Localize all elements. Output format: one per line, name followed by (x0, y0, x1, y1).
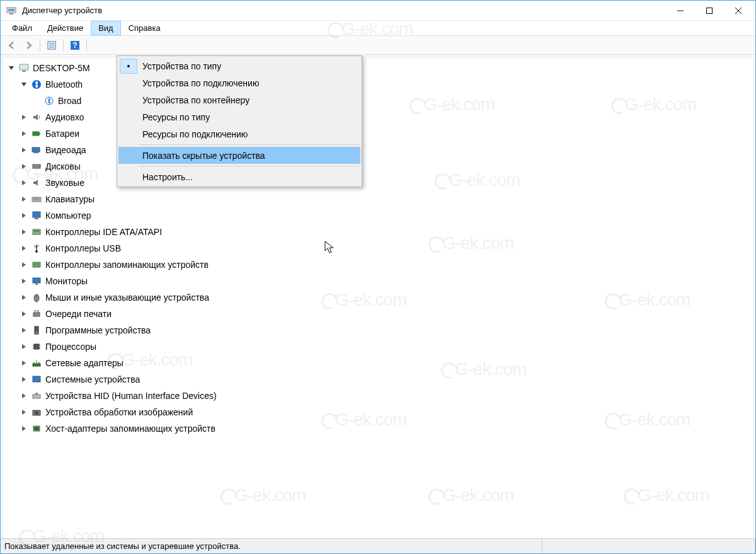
tree-imaging-devices[interactable]: Устройства обработки изображений (4, 404, 752, 420)
menu-customize[interactable]: Настроить... (118, 168, 360, 185)
display-adapter-icon (30, 144, 43, 156)
tree-software-devices[interactable]: Программные устройства (4, 322, 752, 338)
expand-icon[interactable] (19, 325, 29, 335)
svg-rect-50 (33, 376, 40, 382)
tree-label: Мыши и иные указывающие устройства (45, 292, 209, 303)
tree-computer[interactable]: Компьютер (4, 207, 752, 224)
svg-point-40 (36, 332, 37, 333)
properties-button[interactable] (44, 38, 59, 53)
svg-rect-32 (33, 262, 40, 267)
network-icon (30, 357, 43, 369)
tree-label: Сетевые адаптеры (45, 358, 123, 368)
device-tree[interactable]: DESKTOP-5M Bluetooth Broad Аудиовхо Бата (3, 57, 753, 439)
expand-icon[interactable] (19, 227, 29, 237)
hid-icon (30, 390, 43, 402)
expand-icon[interactable] (19, 424, 29, 434)
tree-system-devices[interactable]: Системные устройства (4, 371, 752, 388)
software-icon (30, 324, 43, 337)
tree-label: Мониторы (45, 276, 88, 286)
expand-icon[interactable] (19, 145, 29, 155)
menu-help[interactable]: Справка (121, 21, 168, 35)
expand-icon[interactable] (19, 292, 29, 303)
expand-icon[interactable] (19, 276, 29, 286)
tree-label: Хост-адаптеры запоминающих устройств (45, 424, 215, 434)
expand-icon[interactable] (19, 129, 29, 139)
tree-label: Устройства HID (Human Interface Devices) (45, 391, 217, 401)
audio-icon (30, 111, 43, 124)
expand-icon[interactable] (19, 112, 29, 122)
tree-label: Программные устройства (45, 325, 151, 335)
expand-icon[interactable] (19, 211, 29, 221)
expand-icon[interactable] (19, 243, 29, 253)
menu-devices-by-container[interactable]: Устройства по контейнеру (118, 91, 360, 108)
svg-rect-33 (33, 278, 40, 283)
forward-button[interactable] (21, 38, 36, 53)
system-icon (30, 373, 43, 386)
expand-icon[interactable] (19, 358, 29, 368)
menu-action[interactable]: Действие (40, 21, 91, 35)
expand-icon[interactable] (19, 407, 29, 417)
tree-label: Аудиовхо (45, 112, 84, 122)
expand-icon[interactable] (19, 309, 29, 319)
svg-rect-46 (33, 364, 40, 366)
help-button[interactable]: ? (67, 38, 83, 53)
expand-icon[interactable] (19, 161, 29, 171)
menu-show-hidden-devices[interactable]: Показать скрытые устройства (118, 147, 360, 164)
maximize-button[interactable] (695, 1, 724, 20)
expand-icon[interactable] (19, 79, 29, 89)
expand-icon[interactable] (19, 178, 29, 188)
printer-icon (30, 308, 43, 320)
svg-rect-41 (34, 344, 39, 349)
menu-file[interactable]: Файл (4, 21, 40, 35)
expand-icon[interactable] (19, 342, 29, 352)
back-button[interactable] (4, 38, 20, 53)
app-icon (6, 5, 17, 16)
tree-hid-devices[interactable]: Устройства HID (Human Interface Devices) (4, 388, 752, 404)
camera-icon (30, 406, 43, 418)
titlebar[interactable]: Диспетчер устройств (1, 1, 755, 21)
menu-devices-by-type[interactable]: • Устройства по типу (118, 57, 360, 74)
svg-text:?: ? (72, 41, 77, 50)
tree-label: Процессоры (45, 342, 96, 352)
close-button[interactable] (724, 1, 753, 20)
tree-label: Bluetooth (45, 79, 83, 89)
tree-network-adapters[interactable]: Сетевые адаптеры (4, 355, 752, 371)
cpu-icon (30, 340, 43, 353)
tree-label: Видеоада (45, 145, 86, 155)
menu-view[interactable]: Вид (91, 21, 121, 35)
storage-icon (30, 258, 43, 271)
svg-rect-34 (35, 284, 38, 285)
tree-label: Клавиатуры (45, 194, 94, 204)
minimize-button[interactable] (666, 1, 695, 20)
expand-icon[interactable] (19, 391, 29, 401)
menubar: Файл Действие Вид Справка (1, 21, 755, 36)
tree-storage-controllers[interactable]: Контроллеры запоминающих устройств (4, 257, 752, 273)
svg-rect-52 (35, 393, 38, 395)
host-adapter-icon (30, 422, 43, 435)
tree-ide-controllers[interactable]: Контроллеры IDE ATA/ATAPI (4, 224, 752, 240)
tree-print-queues[interactable]: Очереди печати (4, 306, 752, 322)
svg-point-54 (35, 412, 38, 415)
tree-label: Контроллеры IDE ATA/ATAPI (45, 227, 162, 237)
tree-mice[interactable]: Мыши и иные указывающие устройства (4, 289, 752, 306)
tree-monitors[interactable]: Мониторы (4, 273, 752, 289)
expand-icon[interactable] (19, 194, 29, 204)
tree-usb-controllers[interactable]: Контроллеры USB (4, 240, 752, 257)
tree-label: Звуковые (45, 178, 84, 188)
svg-rect-20 (33, 153, 38, 153)
tree-label: Broad (58, 96, 81, 106)
menu-resources-by-connection[interactable]: Ресурсы по подключению (118, 125, 360, 142)
expand-icon[interactable] (6, 63, 16, 73)
expand-icon[interactable] (19, 374, 29, 384)
svg-rect-51 (33, 395, 40, 398)
tree-processors[interactable]: Процессоры (4, 338, 752, 355)
tree-label: Контроллеры запоминающих устройств (45, 260, 209, 270)
menu-resources-by-type[interactable]: Ресурсы по типу (118, 108, 360, 125)
tree-host-adapters[interactable]: Хост-адаптеры запоминающих устройств (4, 420, 752, 437)
window-controls (666, 1, 753, 20)
expand-icon[interactable] (19, 260, 29, 270)
menu-devices-by-connection[interactable]: Устройства по подключению (118, 74, 360, 91)
radio-check-icon: • (120, 59, 137, 74)
tree-keyboards[interactable]: Клавиатуры (4, 191, 752, 207)
svg-rect-27 (35, 218, 38, 219)
